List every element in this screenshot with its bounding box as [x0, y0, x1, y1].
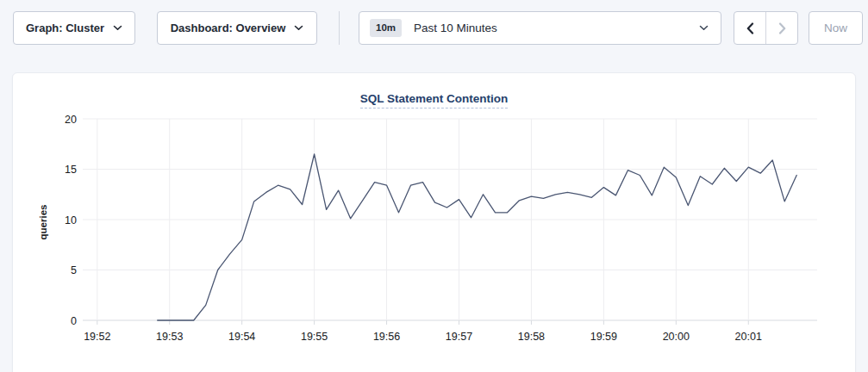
time-step-buttons — [734, 11, 798, 45]
time-range-picker[interactable]: 10m Past 10 Minutes — [359, 11, 721, 45]
chart-title[interactable]: SQL Statement Contention — [360, 92, 509, 108]
time-range-label: Past 10 Minutes — [414, 22, 699, 34]
chevron-left-icon — [746, 22, 754, 34]
chevron-right-icon — [778, 22, 786, 34]
dashboard-dropdown[interactable]: Dashboard: Overview — [157, 11, 317, 45]
svg-text:19:52: 19:52 — [84, 331, 110, 343]
svg-text:19:58: 19:58 — [518, 331, 545, 343]
dashboard-dropdown-label: Dashboard: Overview — [171, 22, 286, 34]
chevron-down-icon — [113, 25, 122, 31]
time-range-badge: 10m — [370, 19, 402, 38]
svg-text:5: 5 — [71, 264, 77, 276]
graph-dropdown-label: Graph: Cluster — [26, 22, 104, 34]
chevron-down-icon — [699, 25, 709, 31]
svg-text:19:54: 19:54 — [228, 331, 255, 343]
chart-title-row: SQL Statement Contention — [13, 90, 855, 108]
svg-text:queries: queries — [38, 205, 48, 240]
svg-text:0: 0 — [71, 315, 77, 327]
chart-plot-area[interactable]: 0510152019:5219:5319:5419:5519:5619:5719… — [13, 73, 857, 372]
svg-text:19:56: 19:56 — [373, 331, 400, 343]
svg-text:15: 15 — [65, 164, 77, 176]
svg-text:20: 20 — [65, 114, 77, 126]
chart-card: SQL Statement Contention 0510152019:5219… — [12, 72, 856, 372]
graph-dropdown[interactable]: Graph: Cluster — [13, 11, 135, 45]
now-button[interactable]: Now — [809, 11, 863, 45]
svg-text:10: 10 — [65, 214, 77, 226]
svg-text:19:59: 19:59 — [590, 331, 617, 343]
time-backward-button[interactable] — [734, 12, 766, 44]
svg-text:19:53: 19:53 — [156, 331, 183, 343]
chevron-down-icon — [294, 25, 303, 31]
svg-text:20:00: 20:00 — [663, 331, 690, 343]
svg-text:19:57: 19:57 — [446, 331, 472, 343]
time-forward-button[interactable] — [766, 12, 797, 44]
svg-text:19:55: 19:55 — [301, 331, 328, 343]
toolbar-divider — [339, 11, 340, 45]
svg-text:20:01: 20:01 — [735, 331, 762, 343]
